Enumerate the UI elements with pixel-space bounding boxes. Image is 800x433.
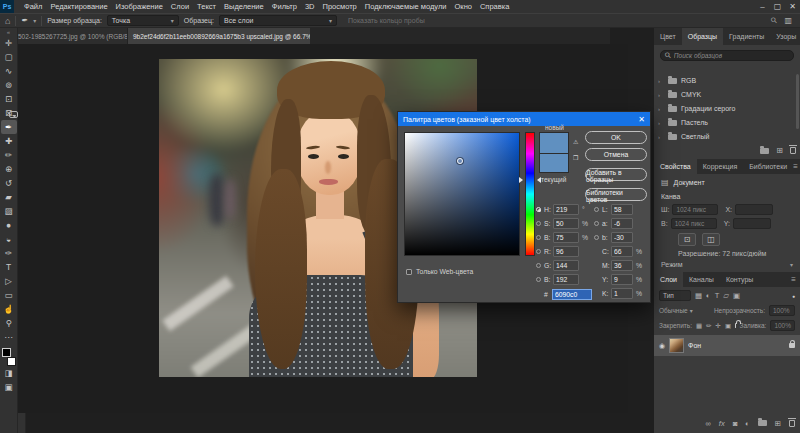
menu-plugins[interactable]: Подключаемые модули xyxy=(361,2,451,11)
hex-input[interactable] xyxy=(552,289,592,300)
edit-toolbar-icon[interactable]: ⋯ xyxy=(1,330,17,344)
radio-l[interactable] xyxy=(594,207,599,212)
hue-slider[interactable] xyxy=(525,132,535,256)
sample-size-select[interactable]: Точка ▾ xyxy=(107,15,179,26)
swatch-group-pastel[interactable]: › Пастель xyxy=(658,116,796,129)
filter-toggle-icon[interactable]: ● xyxy=(792,293,795,299)
h-input[interactable] xyxy=(553,204,579,215)
tab-adjustments[interactable]: Коррекция xyxy=(697,159,743,174)
menu-window[interactable]: Окно xyxy=(451,2,476,11)
blur-tool-icon[interactable]: ● xyxy=(1,218,17,232)
tab-swatches[interactable]: Образцы xyxy=(682,28,723,45)
image-size-button-icon[interactable]: ◫ xyxy=(702,233,720,246)
a-input[interactable] xyxy=(611,218,633,229)
swatch-group-light[interactable]: › Светлый xyxy=(658,130,796,143)
lock-position-icon[interactable]: ✛ xyxy=(716,322,721,330)
swatch-group-grayscale[interactable]: › Градации серого xyxy=(658,102,796,115)
dialog-close-icon[interactable]: ✕ xyxy=(638,115,645,124)
b-input[interactable] xyxy=(553,232,579,243)
lab-b-input[interactable] xyxy=(611,232,633,243)
filter-pixel-icon[interactable]: ▦ xyxy=(695,291,702,300)
panel-menu-icon[interactable]: ≡ xyxy=(791,272,800,287)
y-input[interactable] xyxy=(611,274,633,285)
screen-mode-icon[interactable]: ▣ xyxy=(1,380,17,394)
visibility-eye-icon[interactable]: ◉ xyxy=(659,342,665,350)
radio-s[interactable] xyxy=(536,221,541,226)
healing-brush-tool-icon[interactable]: ✚ xyxy=(1,134,17,148)
hand-tool-icon[interactable]: ☝ xyxy=(1,302,17,316)
document-tab-inactive[interactable]: 01-1502-1985267725.jpg @ 100% (RGB/8#) × xyxy=(0,28,128,44)
history-brush-tool-icon[interactable]: ↺ xyxy=(1,176,17,190)
ok-button[interactable]: OK xyxy=(585,131,647,144)
chevron-right-icon[interactable]: › xyxy=(658,120,664,126)
dodge-tool-icon[interactable]: ◒ xyxy=(1,232,17,246)
chevron-right-icon[interactable]: › xyxy=(658,78,664,84)
quick-mask-icon[interactable]: ◨ xyxy=(1,366,17,380)
panel-menu-icon[interactable]: ≡ xyxy=(793,159,800,174)
brush-tool-icon[interactable]: ✏ xyxy=(1,148,17,162)
tab-patterns[interactable]: Узоры xyxy=(770,28,800,45)
search-icon[interactable]: ⚲ xyxy=(768,15,779,26)
c-input[interactable] xyxy=(611,246,633,257)
pen-tool-icon[interactable]: ✑ xyxy=(1,246,17,260)
search-input[interactable] xyxy=(674,52,784,59)
toolbar-collapse-icon[interactable]: « xyxy=(7,29,10,36)
chevron-right-icon[interactable]: › xyxy=(658,134,664,140)
layer-lock-icon[interactable] xyxy=(789,343,795,348)
mode-section-row[interactable]: Режим ▾ xyxy=(661,261,793,268)
layer-thumbnail[interactable] xyxy=(669,338,684,353)
menu-help[interactable]: Справка xyxy=(476,2,513,11)
tab-properties[interactable]: Свойства xyxy=(654,159,697,174)
filter-type-icon[interactable]: T xyxy=(715,291,720,300)
gamut-warning-icon[interactable]: ⚠ xyxy=(573,138,578,145)
zoom-tool-icon[interactable]: ⚲ xyxy=(1,316,17,330)
lock-pixels-icon[interactable]: ✏ xyxy=(706,322,711,330)
sample-layers-select[interactable]: Все слои ▾ xyxy=(219,15,337,26)
color-swatches[interactable] xyxy=(1,346,17,366)
radio-a[interactable] xyxy=(594,221,599,226)
s-input[interactable] xyxy=(553,218,579,229)
foreground-color-swatch[interactable] xyxy=(2,348,11,357)
tab-channels[interactable]: Каналы xyxy=(683,272,720,287)
gradient-tool-icon[interactable]: ▨ xyxy=(1,204,17,218)
trash-icon[interactable] xyxy=(790,147,796,154)
fill-field[interactable]: 100% xyxy=(770,320,795,331)
minimize-button[interactable]: – xyxy=(755,2,770,11)
object-selection-tool-icon[interactable]: ⊚ xyxy=(1,78,17,92)
menu-file[interactable]: Файл xyxy=(20,2,46,11)
radio-g[interactable] xyxy=(536,263,541,268)
crop-tool-icon[interactable]: ⊡ xyxy=(1,92,17,106)
home-icon[interactable]: ⌂ xyxy=(5,16,10,26)
scrollbar[interactable] xyxy=(796,74,799,129)
swatch-group-cmyk[interactable]: › CMYK xyxy=(658,88,796,101)
layer-mask-icon[interactable]: ◙ xyxy=(733,419,738,428)
radio-lab-b[interactable] xyxy=(594,235,599,240)
new-group-folder-icon[interactable] xyxy=(758,420,767,426)
eraser-tool-icon[interactable]: ▰ xyxy=(1,190,17,204)
g-input[interactable] xyxy=(553,260,579,271)
swatch-search[interactable]: ⚲ xyxy=(660,50,794,61)
lock-artboard-icon[interactable]: ▣ xyxy=(725,322,731,330)
hue-marker-left[interactable] xyxy=(519,177,523,183)
radio-r[interactable] xyxy=(536,249,541,254)
tab-libraries[interactable]: Библиотеки xyxy=(743,159,793,174)
radio-h[interactable] xyxy=(536,207,541,212)
menu-layers[interactable]: Слои xyxy=(167,2,193,11)
filter-type-select[interactable]: Тип xyxy=(659,290,691,301)
tab-layers[interactable]: Слои xyxy=(654,272,683,287)
tab-paths[interactable]: Контуры xyxy=(720,272,759,287)
path-selection-tool-icon[interactable]: ▷ xyxy=(1,274,17,288)
marquee-tool-icon[interactable]: ▢ xyxy=(1,50,17,64)
web-safe-cube-icon[interactable]: ❒ xyxy=(573,154,578,161)
clone-stamp-tool-icon[interactable]: ⊕ xyxy=(1,162,17,176)
filter-shape-icon[interactable]: ▱ xyxy=(723,291,729,300)
tab-gradients[interactable]: Градиенты xyxy=(723,28,770,45)
add-to-swatches-button[interactable]: Добавить в образцы xyxy=(585,168,647,181)
chevron-right-icon[interactable]: › xyxy=(658,106,664,112)
blend-mode-select[interactable]: Обычные▾ xyxy=(659,307,693,314)
layer-effects-icon[interactable]: fx xyxy=(719,419,725,428)
layer-row-background[interactable]: ◉ Фон xyxy=(654,335,800,356)
workspace-icon[interactable]: ▥ xyxy=(784,16,792,25)
background-color-swatch[interactable] xyxy=(7,357,16,366)
show-ring-checkbox-label[interactable]: Показать кольцо пробы xyxy=(348,17,425,24)
